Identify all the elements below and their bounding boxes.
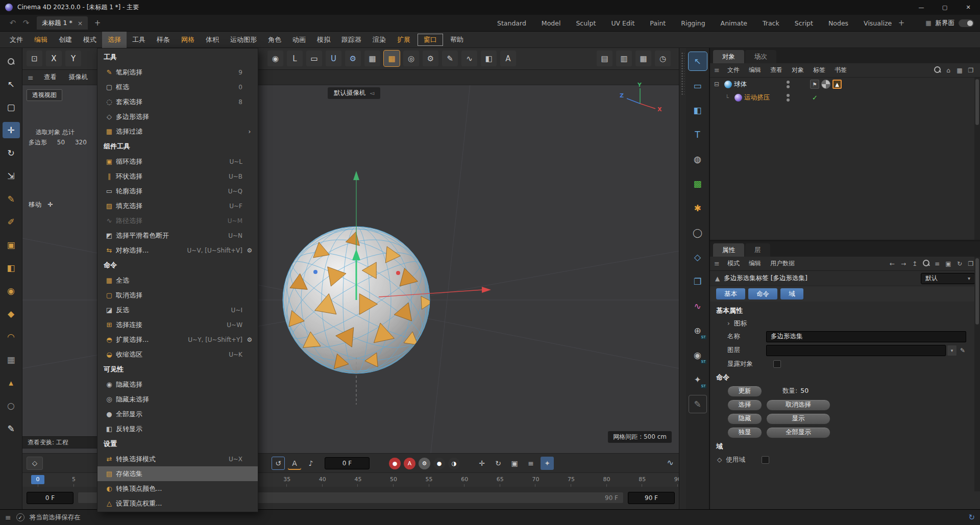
- expander-icon[interactable]: ⊟: [714, 81, 722, 88]
- menu-item-0-4[interactable]: ▦选择过滤›: [97, 124, 258, 139]
- preset-dropdown[interactable]: 默认 ▾: [921, 273, 975, 284]
- spline-pen-icon[interactable]: ✎: [442, 51, 458, 66]
- layout-rigging[interactable]: Rigging: [681, 19, 705, 27]
- maximize-button[interactable]: ▢: [933, 0, 957, 15]
- grid-icon[interactable]: ▦: [364, 51, 380, 66]
- layout-nodes[interactable]: Nodes: [828, 19, 848, 27]
- camera-label[interactable]: 默认摄像机 ◅: [328, 87, 380, 99]
- menubar-item-11[interactable]: 动画: [287, 32, 311, 48]
- tab-basic[interactable]: 基本: [716, 288, 745, 299]
- command-header[interactable]: 命令: [710, 370, 980, 384]
- menu-item-1-5[interactable]: ◩选择平滑着色断开U~N: [97, 228, 258, 243]
- key-nav-button[interactable]: ◇: [27, 457, 43, 470]
- globe-st-icon[interactable]: ⊕ST: [689, 321, 707, 340]
- viewport-layout-icon[interactable]: ⊡: [27, 51, 42, 66]
- extrude-icon[interactable]: ▴: [3, 374, 20, 391]
- menubar-item-6[interactable]: 样条: [151, 32, 176, 48]
- ruler-frame-0[interactable]: 0: [31, 475, 44, 484]
- status-hamburger-icon[interactable]: ≡: [5, 513, 11, 521]
- autokey-letter-icon[interactable]: A: [288, 457, 301, 470]
- menubar-item-0[interactable]: 文件: [4, 32, 29, 48]
- tree-row-motion-extrude[interactable]: └ 运动挤压 ✓: [710, 91, 980, 104]
- update-button[interactable]: 更新: [727, 386, 762, 397]
- use-field-checkbox[interactable]: [762, 456, 769, 464]
- ruler-frame-35[interactable]: 35: [280, 476, 294, 483]
- layout-animate[interactable]: Animate: [721, 19, 747, 27]
- show-all-button[interactable]: 全部显示: [766, 427, 830, 438]
- om-menu-2[interactable]: 查看: [766, 66, 787, 74]
- keying-settings-icon[interactable]: ⚙: [419, 458, 430, 469]
- am-menu-0[interactable]: 模式: [723, 259, 744, 268]
- redo-icon[interactable]: ↷: [19, 18, 33, 28]
- menu-item-3-3[interactable]: ◧反转显示: [97, 421, 258, 436]
- am-menu-1[interactable]: 编辑: [744, 259, 766, 268]
- menu-item-3-1[interactable]: ◎隐藏未选择: [97, 392, 258, 407]
- viewport-menu-icon[interactable]: ≡: [28, 73, 34, 82]
- key-filter-icon[interactable]: ✦: [541, 457, 554, 470]
- checker-ball-icon[interactable]: ◍: [689, 150, 707, 168]
- om-menu-4[interactable]: 标签: [808, 66, 830, 74]
- om-home-icon[interactable]: ⌂: [943, 67, 953, 74]
- ruler-frame-50[interactable]: 50: [386, 476, 401, 483]
- select-button[interactable]: 选择: [727, 399, 762, 411]
- tab-command[interactable]: 命令: [748, 288, 777, 299]
- ruler-frame-65[interactable]: 65: [493, 476, 507, 483]
- ruler-frame-70[interactable]: 70: [528, 476, 543, 483]
- viewport-menu-view[interactable]: 查看: [38, 73, 63, 82]
- back-icon[interactable]: ←: [887, 260, 897, 267]
- axis-gizmo[interactable]: Y X Z: [616, 81, 665, 120]
- ruler-frame-60[interactable]: 60: [457, 476, 472, 483]
- move-icon[interactable]: ✛: [3, 122, 20, 138]
- menubar-item-17[interactable]: 帮助: [445, 32, 469, 48]
- cube-icon[interactable]: ◧: [3, 260, 20, 276]
- layout-sculpt[interactable]: Sculpt: [576, 19, 596, 27]
- menubar-item-12[interactable]: 模拟: [311, 32, 336, 48]
- gear-icon[interactable]: ⚙: [244, 247, 255, 254]
- menu-item-0-2[interactable]: ◌套索选择8: [97, 94, 258, 109]
- cycle-icon[interactable]: ↺: [272, 457, 285, 470]
- menu-item-0-3[interactable]: ◇多边形选择: [97, 109, 258, 124]
- menu-item-2-0[interactable]: ▦全选: [97, 273, 258, 288]
- x-axis-toggle[interactable]: X: [46, 51, 62, 66]
- basic-properties-header[interactable]: 基本属性: [710, 304, 980, 317]
- menu-item-3-2[interactable]: ●全部显示: [97, 407, 258, 421]
- render-view-icon[interactable]: ▤: [597, 51, 612, 66]
- eyedropper-icon[interactable]: ✎: [960, 347, 965, 354]
- arc-icon[interactable]: ◠: [3, 329, 20, 345]
- layer-input[interactable]: [766, 345, 946, 356]
- om-menu-1[interactable]: 编辑: [744, 66, 766, 74]
- fcurve-icon[interactable]: ∿: [667, 458, 674, 467]
- enabled-check-icon[interactable]: ✓: [812, 94, 818, 102]
- snap-settings-icon[interactable]: ⚙: [345, 51, 361, 66]
- viewport-menu-camera[interactable]: 摄像机: [63, 73, 94, 82]
- menu-item-1-2[interactable]: ▭轮廓选择U~Q: [97, 184, 258, 198]
- frame-icon[interactable]: ▭: [689, 77, 707, 95]
- tab-field[interactable]: 域: [780, 288, 803, 299]
- menu-item-3-0[interactable]: ◉隐藏选择: [97, 377, 258, 392]
- solo-button[interactable]: 独显: [727, 427, 762, 438]
- menu-item-4-2[interactable]: ◐转换顶点颜色...: [97, 481, 258, 496]
- field-header[interactable]: 域: [710, 439, 980, 453]
- layout-paint[interactable]: Paint: [650, 19, 666, 27]
- box-select-icon[interactable]: ▢: [3, 99, 20, 115]
- panel-grip[interactable]: [679, 48, 686, 509]
- render-settings-icon[interactable]: ▦: [635, 51, 651, 66]
- phong-tag-icon[interactable]: [821, 80, 830, 89]
- rotate-icon[interactable]: ↻: [3, 145, 20, 161]
- hide-button[interactable]: 隐藏: [727, 413, 762, 424]
- menubar-item-16[interactable]: 窗口: [418, 34, 443, 46]
- menubar-item-7[interactable]: 网格: [176, 32, 200, 48]
- menubar-item-14[interactable]: 渲染: [367, 32, 391, 48]
- ruler-frame-85[interactable]: 85: [635, 476, 649, 483]
- menu-item-1-6[interactable]: ⇆对称选择...U~V, [U~Shift+V]⚙: [97, 243, 258, 258]
- pen-icon[interactable]: ✐: [3, 214, 20, 230]
- close-tab-icon[interactable]: ×: [78, 19, 83, 27]
- polygon-selection-tag-icon[interactable]: ▲: [832, 80, 842, 89]
- lock-icon[interactable]: ▣: [943, 260, 953, 267]
- gear-icon[interactable]: ⚙: [244, 336, 255, 343]
- om-popout-icon[interactable]: ❐: [966, 67, 976, 74]
- sound-icon[interactable]: ♪: [304, 457, 317, 470]
- cube-tool-icon[interactable]: ◧: [689, 101, 707, 119]
- layout-visualize[interactable]: Visualize: [864, 19, 892, 27]
- ui-toggle[interactable]: [959, 19, 974, 27]
